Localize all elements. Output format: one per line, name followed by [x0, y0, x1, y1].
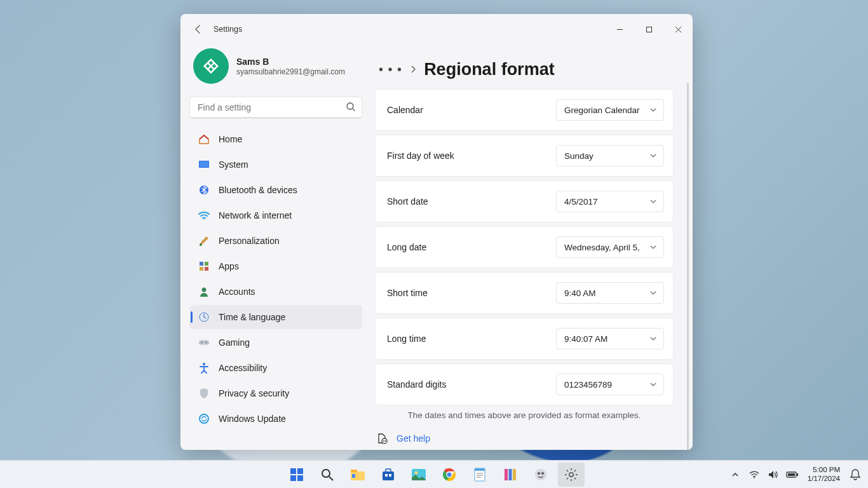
sidebar-item-system[interactable]: System	[189, 152, 362, 177]
help-link[interactable]: Get help	[397, 433, 430, 444]
sidebar-item-time-language[interactable]: Time & language	[189, 305, 362, 329]
setting-card-calendar: Calendar Gregorian Calendar	[375, 89, 674, 131]
page-title: Regional format	[424, 60, 555, 79]
chevron-down-icon	[649, 153, 657, 158]
svg-line-3	[353, 109, 355, 111]
window-controls	[605, 19, 693, 39]
tray-clock[interactable]: 5:00 PM 1/17/2024	[805, 466, 843, 484]
update-icon	[198, 413, 210, 424]
svg-point-2	[347, 103, 353, 109]
settings-rows: Calendar Gregorian Calendar First day of…	[375, 89, 674, 405]
sidebar-item-accessibility[interactable]: Accessibility	[189, 356, 362, 380]
search-input[interactable]	[189, 97, 362, 118]
setting-label: Short date	[387, 196, 428, 207]
taskbar-explorer-button[interactable]	[344, 463, 371, 487]
svg-point-52	[569, 472, 573, 476]
chevron-down-icon	[649, 336, 657, 341]
taskbar-app-2[interactable]	[527, 463, 554, 487]
setting-card-short-date: Short date 4/5/2017	[375, 180, 674, 222]
setting-label: Short time	[387, 288, 428, 298]
dropdown-value: Wednesday, April 5,	[564, 243, 643, 252]
start-button[interactable]	[283, 463, 310, 487]
taskbar: 5:00 PM 1/17/2024	[0, 460, 868, 488]
titlebar: Settings	[180, 14, 693, 44]
svg-rect-35	[389, 474, 391, 477]
wifi-icon	[198, 210, 210, 221]
taskbar-chrome-button[interactable]	[436, 463, 463, 487]
sidebar-item-bluetooth[interactable]: Bluetooth & devices	[189, 178, 362, 202]
svg-point-22	[384, 440, 386, 442]
svg-point-49	[535, 469, 546, 480]
svg-rect-64	[797, 473, 798, 476]
minimize-button[interactable]	[605, 19, 634, 39]
shield-icon	[198, 388, 210, 399]
close-button[interactable]	[663, 19, 693, 39]
long-time-dropdown[interactable]: 9:40:07 AM	[556, 328, 664, 349]
sidebar-item-home[interactable]: Home	[189, 127, 362, 151]
svg-line-59	[567, 478, 568, 479]
accessibility-icon	[198, 362, 210, 374]
setting-label: Long time	[387, 334, 426, 344]
settings-window: Settings Sams B syamsulbahrie2991@gmail.…	[180, 14, 693, 450]
taskbar-store-button[interactable]	[375, 463, 402, 487]
taskbar-search-button[interactable]	[314, 463, 341, 487]
breadcrumb-overflow-button[interactable]: • • •	[379, 62, 402, 77]
setting-card-long-time: Long time 9:40:07 AM	[375, 318, 674, 360]
svg-rect-42	[475, 468, 485, 471]
sidebar-item-privacy[interactable]: Privacy & security	[189, 381, 362, 405]
tray-overflow-icon[interactable]	[729, 471, 742, 478]
long-date-dropdown[interactable]: Wednesday, April 5,	[556, 236, 664, 258]
dropdown-value: 4/5/2017	[564, 197, 643, 207]
chevron-down-icon	[649, 382, 657, 387]
sidebar-item-apps[interactable]: Apps	[189, 254, 362, 278]
nav-list: Home System Bluetooth & devices Network …	[189, 127, 362, 431]
tray-volume-icon[interactable]	[767, 470, 780, 479]
svg-rect-24	[297, 468, 303, 474]
sidebar-item-gaming[interactable]: Gaming	[189, 330, 362, 355]
svg-point-8	[200, 243, 202, 246]
taskbar-photos-button[interactable]	[405, 463, 432, 487]
digits-dropdown[interactable]: 0123456789	[556, 374, 664, 395]
sidebar-item-label: Bluetooth & devices	[219, 185, 297, 195]
svg-rect-26	[297, 475, 303, 481]
sidebar-item-label: Apps	[219, 261, 239, 271]
sidebar-item-label: Network & internet	[219, 210, 292, 220]
chevron-right-icon	[410, 65, 416, 74]
back-button[interactable]	[186, 17, 211, 42]
sidebar-item-label: Home	[219, 134, 242, 144]
svg-point-27	[322, 470, 330, 477]
scrollbar[interactable]	[687, 83, 689, 450]
sidebar-item-accounts[interactable]: Accounts	[189, 280, 362, 304]
svg-rect-15	[199, 340, 209, 344]
sidebar-item-label: System	[219, 159, 248, 170]
tray-wifi-icon[interactable]	[748, 471, 761, 478]
sidebar-item-personalization[interactable]: Personalization	[189, 229, 362, 253]
taskbar-app-1[interactable]	[497, 463, 524, 487]
help-row: Get help	[375, 433, 674, 444]
taskbar-notepad-button[interactable]	[466, 463, 493, 487]
svg-rect-46	[505, 469, 508, 480]
sidebar-item-label: Privacy & security	[219, 388, 289, 398]
system-tray: 5:00 PM 1/17/2024	[729, 461, 862, 488]
profile-section[interactable]: Sams B syamsulbahrie2991@gmail.com	[189, 44, 362, 93]
sidebar-item-network[interactable]: Network & internet	[189, 203, 362, 227]
calendar-dropdown[interactable]: Gregorian Calendar	[556, 99, 664, 121]
svg-rect-63	[788, 473, 795, 476]
short-date-dropdown[interactable]: 4/5/2017	[556, 191, 664, 212]
sidebar-item-label: Gaming	[219, 337, 250, 348]
svg-point-17	[206, 342, 207, 343]
hint-text: The dates and times above are provided a…	[375, 410, 674, 420]
sidebar-item-update[interactable]: Windows Update	[189, 407, 362, 431]
maximize-button[interactable]	[634, 19, 663, 39]
svg-rect-11	[200, 267, 203, 271]
svg-line-60	[574, 470, 576, 471]
setting-label: Calendar	[387, 105, 423, 115]
first-day-dropdown[interactable]: Sunday	[556, 145, 664, 166]
sidebar-item-label: Personalization	[219, 236, 280, 246]
short-time-dropdown[interactable]: 9:40 AM	[556, 282, 664, 304]
tray-notifications-icon[interactable]	[849, 469, 862, 480]
tray-battery-icon[interactable]	[786, 471, 799, 478]
svg-point-7	[203, 219, 205, 220]
taskbar-settings-button[interactable]	[558, 463, 585, 487]
svg-rect-23	[290, 468, 296, 474]
